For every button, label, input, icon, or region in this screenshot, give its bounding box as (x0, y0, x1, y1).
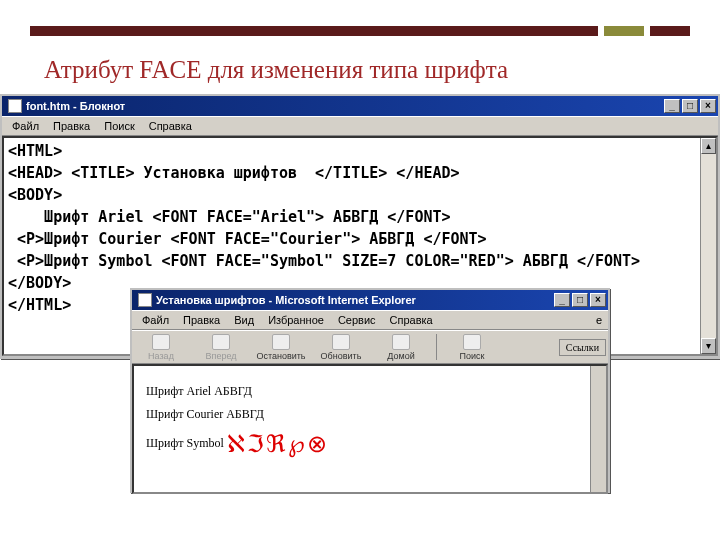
scroll-down-icon[interactable]: ▾ (701, 338, 716, 354)
app-icon (138, 293, 152, 307)
maximize-button[interactable]: □ (572, 293, 588, 307)
stop-icon (272, 334, 290, 350)
slide-title: Атрибут FACE для изменения типа шрифта (44, 56, 508, 84)
menu-help[interactable]: Справка (384, 312, 439, 328)
scroll-track[interactable] (701, 154, 716, 338)
menu-file[interactable]: Файл (6, 118, 45, 134)
menu-help[interactable]: Справка (143, 118, 198, 134)
refresh-button[interactable]: Обновить (314, 334, 368, 361)
close-button[interactable]: × (700, 99, 716, 113)
scrollbar-vertical[interactable]: ▴ ▾ (700, 138, 716, 354)
close-button[interactable]: × (590, 293, 606, 307)
ie-window: Установка шрифтов - Microsoft Internet E… (130, 288, 610, 493)
browser-viewport: Шрифт Ariel АБВГД Шрифт Courier АБВГД Шр… (132, 364, 608, 494)
menu-view[interactable]: Вид (228, 312, 260, 328)
symbol-glyphs: ℵℑℜ℘⊗ (227, 431, 329, 457)
throbber-icon: e (590, 312, 608, 328)
stop-button[interactable]: Остановить (254, 334, 308, 361)
minimize-button[interactable]: _ (554, 293, 570, 307)
window-title: font.htm - Блокнот (26, 100, 664, 112)
notepad-menubar: Файл Правка Поиск Справка (2, 116, 718, 136)
window-title: Установка шрифтов - Microsoft Internet E… (156, 294, 554, 306)
line3-prefix: Шрифт Symbol (146, 436, 227, 450)
menu-favorites[interactable]: Избранное (262, 312, 330, 328)
links-bar[interactable]: Ссылки (559, 339, 606, 356)
maximize-button[interactable]: □ (682, 99, 698, 113)
home-icon (392, 334, 410, 350)
ie-titlebar[interactable]: Установка шрифтов - Microsoft Internet E… (132, 290, 608, 310)
scrollbar-vertical[interactable] (590, 366, 606, 492)
forward-button[interactable]: Вперед (194, 334, 248, 361)
render-line-2: Шрифт Courier АБВГД (146, 407, 594, 422)
ie-menubar: Файл Правка Вид Избранное Сервис Справка… (132, 310, 608, 330)
menu-search[interactable]: Поиск (98, 118, 140, 134)
ie-toolbar: Назад Вперед Остановить Обновить Домой П… (132, 330, 608, 364)
minimize-button[interactable]: _ (664, 99, 680, 113)
app-icon (8, 99, 22, 113)
search-icon (463, 334, 481, 350)
menu-edit[interactable]: Правка (177, 312, 226, 328)
home-button[interactable]: Домой (374, 334, 428, 361)
render-line-1: Шрифт Ariel АБВГД (146, 384, 594, 399)
slide-decor (30, 26, 690, 36)
menu-file[interactable]: Файл (136, 312, 175, 328)
menu-edit[interactable]: Правка (47, 118, 96, 134)
back-button[interactable]: Назад (134, 334, 188, 361)
back-icon (152, 334, 170, 350)
search-button[interactable]: Поиск (445, 334, 499, 361)
notepad-titlebar[interactable]: font.htm - Блокнот _ □ × (2, 96, 718, 116)
refresh-icon (332, 334, 350, 350)
render-line-3: Шрифт Symbol ℵℑℜ℘⊗ (146, 430, 594, 458)
menu-tools[interactable]: Сервис (332, 312, 382, 328)
toolbar-separator (436, 334, 437, 360)
forward-icon (212, 334, 230, 350)
scroll-up-icon[interactable]: ▴ (701, 138, 716, 154)
